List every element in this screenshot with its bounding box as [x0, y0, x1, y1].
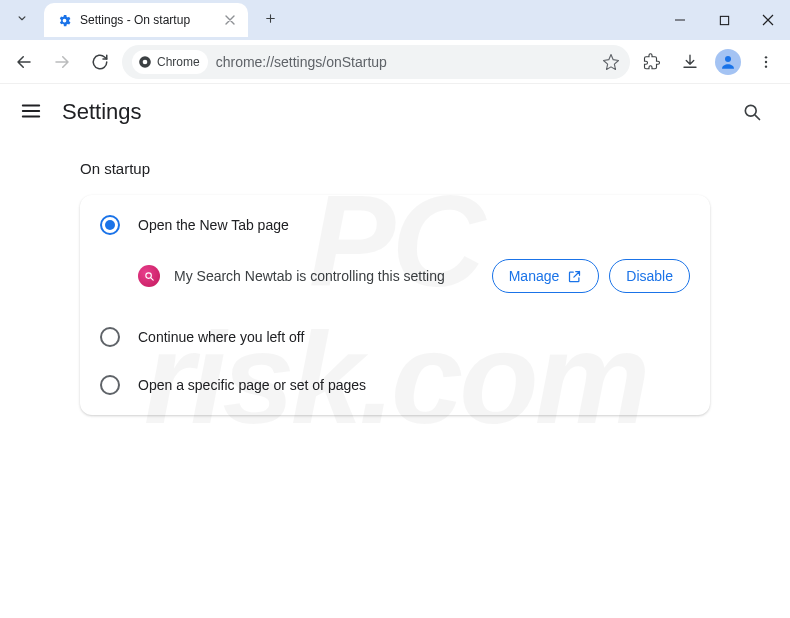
- site-chip[interactable]: Chrome: [132, 50, 208, 74]
- minimize-icon: [674, 14, 686, 26]
- svg-point-4: [765, 56, 767, 58]
- extension-notice-text: My Search Newtab is controlling this set…: [174, 268, 482, 284]
- gear-icon: [56, 12, 72, 28]
- settings-content: On startup Open the New Tab page My Sear…: [0, 140, 790, 415]
- search-settings-button[interactable]: [734, 94, 770, 130]
- star-icon: [602, 53, 620, 71]
- tab-title: Settings - On startup: [80, 13, 222, 27]
- close-icon: [762, 14, 774, 26]
- search-icon: [144, 271, 155, 282]
- disable-button[interactable]: Disable: [609, 259, 690, 293]
- radio-unselected[interactable]: [100, 375, 120, 395]
- svg-point-6: [765, 65, 767, 67]
- browser-toolbar: Chrome chrome://settings/onStartup: [0, 40, 790, 84]
- titlebar-left: Settings - On startup: [0, 0, 284, 40]
- bookmark-button[interactable]: [602, 53, 620, 71]
- svg-rect-0: [720, 16, 728, 24]
- url-text: chrome://settings/onStartup: [216, 54, 594, 70]
- close-window-button[interactable]: [746, 4, 790, 36]
- kebab-icon: [758, 54, 774, 70]
- svg-point-3: [725, 56, 731, 62]
- tab-search-dropdown[interactable]: [6, 2, 38, 34]
- section-title: On startup: [80, 160, 710, 177]
- open-external-icon: [567, 269, 582, 284]
- chrome-logo-icon: [138, 55, 152, 69]
- back-button[interactable]: [8, 46, 40, 78]
- reload-icon: [91, 53, 109, 71]
- close-icon: [225, 15, 235, 25]
- option-label: Open the New Tab page: [138, 217, 289, 233]
- forward-button[interactable]: [46, 46, 78, 78]
- profile-button[interactable]: [712, 46, 744, 78]
- settings-menu-button[interactable]: [20, 100, 44, 124]
- window-controls: [658, 0, 790, 40]
- startup-options-card: Open the New Tab page My Search Newtab i…: [80, 195, 710, 415]
- settings-header: Settings: [0, 84, 790, 140]
- hamburger-icon: [20, 100, 42, 122]
- extensions-button[interactable]: [636, 46, 668, 78]
- radio-unselected[interactable]: [100, 327, 120, 347]
- menu-button[interactable]: [750, 46, 782, 78]
- option-label: Continue where you left off: [138, 329, 304, 345]
- minimize-button[interactable]: [658, 4, 702, 36]
- maximize-icon: [719, 15, 730, 26]
- manage-label: Manage: [509, 268, 560, 284]
- svg-point-5: [765, 60, 767, 62]
- page-title: Settings: [62, 99, 734, 125]
- plus-icon: [264, 12, 277, 25]
- disable-label: Disable: [626, 268, 673, 284]
- search-icon: [742, 102, 762, 122]
- avatar: [715, 49, 741, 75]
- downloads-button[interactable]: [674, 46, 706, 78]
- manage-button[interactable]: Manage: [492, 259, 600, 293]
- option-specific-pages[interactable]: Open a specific page or set of pages: [80, 361, 710, 409]
- browser-tab[interactable]: Settings - On startup: [44, 3, 248, 37]
- svg-point-2: [143, 59, 148, 64]
- option-new-tab-page[interactable]: Open the New Tab page: [80, 201, 710, 249]
- arrow-left-icon: [15, 53, 33, 71]
- extension-app-icon: [138, 265, 160, 287]
- download-icon: [681, 53, 699, 71]
- address-bar[interactable]: Chrome chrome://settings/onStartup: [122, 45, 630, 79]
- person-icon: [719, 53, 737, 71]
- puzzle-icon: [643, 53, 661, 71]
- chevron-down-icon: [15, 11, 29, 25]
- option-continue[interactable]: Continue where you left off: [80, 313, 710, 361]
- extension-notice-row: My Search Newtab is controlling this set…: [80, 249, 710, 313]
- radio-selected[interactable]: [100, 215, 120, 235]
- new-tab-button[interactable]: [256, 4, 284, 32]
- site-chip-label: Chrome: [157, 55, 200, 69]
- window-titlebar: Settings - On startup: [0, 0, 790, 40]
- svg-point-7: [745, 105, 756, 116]
- option-label: Open a specific page or set of pages: [138, 377, 366, 393]
- maximize-button[interactable]: [702, 4, 746, 36]
- tab-close-button[interactable]: [222, 12, 238, 28]
- arrow-right-icon: [53, 53, 71, 71]
- reload-button[interactable]: [84, 46, 116, 78]
